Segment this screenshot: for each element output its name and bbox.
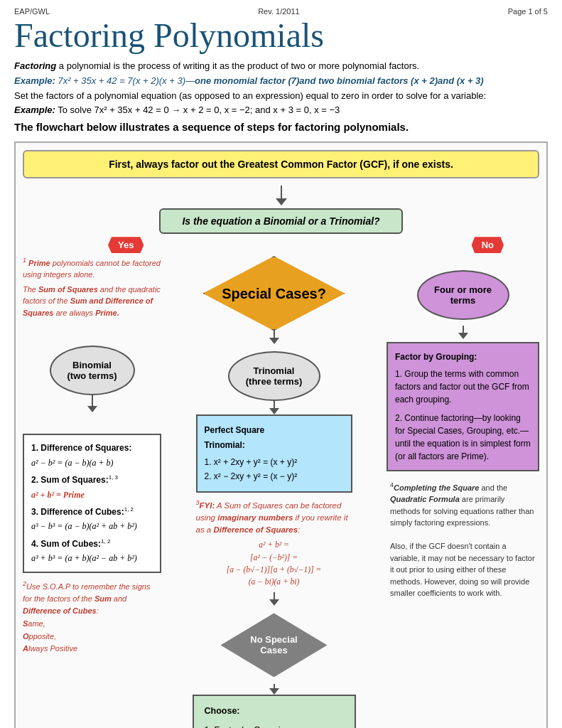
factor-grouping-box: Factor by Grouping: 1. Group the terms w… [387,342,539,471]
four-more-oval: Four or moreterms [417,270,509,320]
note4: 4Completing the Square and the Quadratic… [387,477,539,603]
trinomial-area: Trinomial(three terms) [228,331,320,414]
intro-paragraph: Factoring a polynomial is the process of… [14,59,548,73]
left-column: 1 Prime polynomials cannot be factored u… [23,256,161,655]
yes-label: Yes [108,237,144,253]
header-right: Page 1 of 5 [508,7,548,16]
no-special-wrap: No Special Cases [221,613,328,677]
no-special-text: No Special Cases [239,634,310,655]
no-label: No [472,237,504,253]
special-cases-label: Special Cases? [221,285,328,302]
center-column: Special Cases? Trinomial(three terms) Pe… [164,256,384,728]
example-label: Example: [14,75,55,86]
flowchart-heading: The flowchart below illustrates a sequen… [14,121,548,133]
note2: 2Use S.O.A.P to remember the signs for t… [23,579,161,655]
example-note: one monomial factor (7)and two binomial … [195,75,484,86]
binomial-area: Binomial(two terms) [23,324,161,412]
flow-body: 1 Prime polynomials cannot be factored u… [23,256,539,728]
prime-note: 1 Prime polynomials cannot be factored u… [23,256,161,281]
left-list-box: 1. Difference of Squares: a² − b² = (a −… [23,434,161,572]
header-left: EAP/GWL [14,7,50,16]
gcf-box: First, always factor out the Greatest Co… [23,150,539,178]
header-line: EAP/GWL Rev. 1/2011 Page 1 of 5 [14,7,548,16]
sum-squares-note: The Sum of Squares and the quadratic fac… [23,284,161,319]
trinomial-oval: Trinomial(three terms) [228,351,320,401]
choose-box: Choose: 1. Factor by Grouping 2. Complet… [193,695,356,728]
special-cases-wrap: Special Cases? [203,256,345,331]
binomial-trinomial-diamond: Is the equation a Binomial or a Trinomia… [159,208,402,234]
intro-text1: a polynomial is the process of writing i… [56,60,419,71]
main-title: Factoring Polynomials [14,17,548,55]
fyi-note: 3FYI: A Sum of Squares can be factored u… [196,498,352,589]
binomial-oval: Binomial(two terms) [50,346,135,395]
right-column: Four or moreterms Factor by Grouping: 1.… [387,256,539,603]
perfect-square-box: Perfect SquareTrinomial: 1. x² + 2xy + y… [196,414,352,493]
example-line: Example: 7x² + 35x + 42 = 7(x + 2)(x + 3… [14,75,548,86]
set-text: Set the factors of a polynomial equation… [14,89,548,117]
intro-bold-word: Factoring [14,60,56,71]
flowchart: First, always factor out the Greatest Co… [14,141,548,728]
example-eq: 7x² + 35x + 42 = 7(x + 2)(x + 3)— [55,75,195,86]
header-center: Rev. 1/2011 [258,7,300,16]
